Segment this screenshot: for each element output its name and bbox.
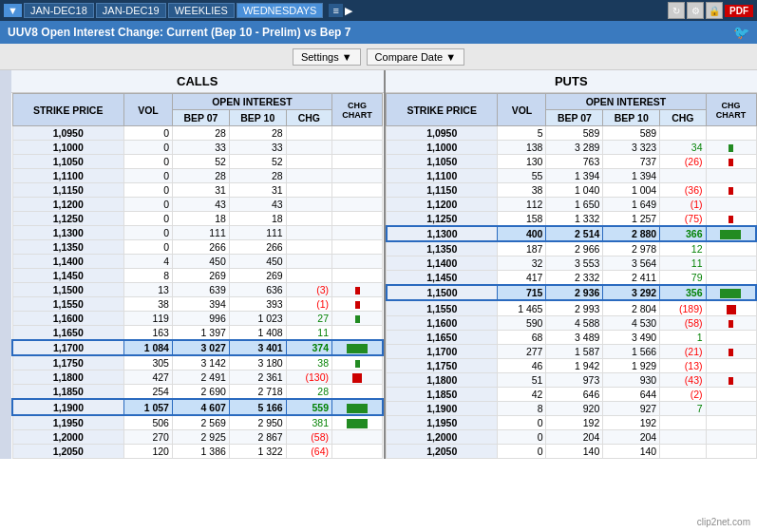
chart-bar-green (347, 404, 368, 413)
chart-cell (332, 444, 383, 458)
vol-cell: 305 (123, 355, 172, 370)
vol-cell: 42 (498, 387, 546, 401)
chg-cell: (189) (660, 300, 706, 315)
chart-cell (706, 330, 756, 344)
table-row: 1,1050 0 52 52 (12, 155, 383, 169)
refresh-icon[interactable]: ↻ (668, 2, 685, 19)
vol-cell: 55 (498, 169, 546, 183)
tab-jan-dec18[interactable]: JAN-DEC18 (24, 3, 94, 18)
bep07-cell: 646 (546, 387, 603, 401)
bep07-cell: 204 (546, 429, 603, 444)
bep10-cell: 636 (229, 283, 286, 297)
chg-cell: (36) (660, 183, 706, 198)
calls-vol-header: VOL (123, 94, 172, 126)
bep07-cell: 3 553 (546, 256, 603, 271)
strike-cell: 1,1950 (387, 415, 498, 429)
chart-dot-green (355, 360, 360, 368)
bep07-cell: 996 (172, 312, 229, 326)
chart-cell (706, 387, 756, 401)
strike-cell: 1,2050 (12, 444, 123, 458)
bep07-cell: 2 514 (546, 226, 603, 241)
chg-cell: 28 (286, 385, 331, 400)
table-row: 1,1050 130 763 737 (26) (387, 155, 757, 169)
table-row: 1,1350 0 266 266 (12, 240, 383, 255)
chg-cell: 366 (660, 226, 706, 241)
strike-cell: 1,1650 (387, 330, 498, 344)
strike-cell: 1,1200 (387, 198, 498, 212)
tab-wednesdays[interactable]: WEDNESDAYS (237, 3, 323, 18)
bep10-cell: 930 (603, 372, 660, 387)
strike-cell: 1,1500 (12, 283, 123, 297)
bep07-cell: 973 (546, 372, 603, 387)
table-row: 1,1650 163 1 397 1 408 11 (12, 326, 383, 341)
lock-icon[interactable]: 🔒 (706, 2, 723, 19)
table-row: 1,2050 120 1 386 1 322 (64) (12, 444, 383, 458)
bep10-cell: 140 (603, 444, 660, 458)
vol-cell: 0 (498, 444, 546, 458)
table-row: 1,1750 46 1 942 1 929 (13) (387, 358, 757, 372)
bep10-cell: 737 (603, 155, 660, 169)
bep10-cell: 1 649 (603, 198, 660, 212)
strike-cell: 1,0950 (387, 126, 498, 141)
chart-cell (332, 297, 383, 312)
bep07-cell: 111 (172, 226, 229, 240)
table-row: 1,1600 590 4 588 4 530 (58) (387, 315, 757, 330)
bep07-cell: 2 993 (546, 300, 603, 315)
chart-cell (706, 444, 756, 458)
settings-button[interactable]: Settings ▼ (293, 48, 361, 66)
menu-icon[interactable]: ≡ (329, 4, 342, 17)
chart-cell (332, 269, 383, 283)
table-row: 1,1300 400 2 514 2 880 366 (387, 226, 757, 241)
strike-cell: 1,1500 (387, 285, 498, 300)
side-label (0, 70, 11, 459)
chart-dot-red (729, 187, 733, 195)
bep10-cell: 450 (229, 255, 286, 269)
chart-bar-green (347, 344, 368, 353)
settings-icon[interactable]: ⚙ (687, 2, 704, 19)
chg-cell: (13) (660, 358, 706, 372)
bep10-cell: 2 361 (229, 370, 286, 385)
table-row: 1,1850 42 646 644 (2) (387, 387, 757, 401)
controls-bar: Settings ▼ Compare Date ▼ (0, 44, 757, 70)
bep07-cell: 639 (172, 283, 229, 297)
chart-cell (332, 415, 383, 430)
bep10-cell: 927 (603, 401, 660, 415)
chart-cell (706, 401, 756, 415)
strike-cell: 1,1900 (12, 399, 123, 414)
strike-cell: 1,1900 (387, 401, 498, 415)
table-row: 1,1650 68 3 489 3 490 1 (387, 330, 757, 344)
bep07-cell: 52 (172, 155, 229, 169)
chart-cell (332, 198, 383, 212)
tab-weeklies[interactable]: WEEKLIES (168, 3, 235, 18)
chg-cell (286, 198, 331, 212)
strike-cell: 1,1550 (387, 300, 498, 315)
chg-cell (660, 429, 706, 444)
chart-cell (332, 429, 383, 444)
tab-jan-dec19[interactable]: JAN-DEC19 (96, 3, 166, 18)
puts-strike-header: STRIKE PRICE (387, 94, 498, 126)
chart-cell (706, 169, 756, 183)
arrow-icon[interactable]: ▶ (345, 5, 352, 17)
bep10-cell: 43 (229, 198, 286, 212)
bep10-cell: 1 929 (603, 358, 660, 372)
chart-cell (706, 372, 756, 387)
table-row: 1,1900 1 057 4 607 5 166 559 (12, 399, 383, 414)
vol-cell: 0 (123, 183, 172, 198)
vol-cell: 32 (498, 256, 546, 271)
twitter-icon: 🐦 (733, 25, 749, 40)
strike-cell: 1,1300 (387, 226, 498, 241)
strike-cell: 1,1200 (12, 198, 123, 212)
chart-cell (706, 198, 756, 212)
pdf-button[interactable]: PDF (725, 5, 753, 17)
chart-cell (332, 169, 383, 183)
bep10-cell: 204 (603, 429, 660, 444)
bep07-cell: 3 027 (172, 340, 229, 355)
chg-cell (660, 415, 706, 429)
table-row: 1,2000 270 2 925 2 867 (58) (12, 429, 383, 444)
table-row: 1,1100 0 28 28 (12, 169, 383, 183)
bep10-cell: 266 (229, 240, 286, 255)
bep10-cell: 4 530 (603, 315, 660, 330)
chart-dot-red (729, 216, 733, 223)
compare-date-button[interactable]: Compare Date ▼ (367, 48, 465, 66)
top-bar: ▼ JAN-DEC18 JAN-DEC19 WEEKLIES WEDNESDAY… (0, 0, 757, 21)
